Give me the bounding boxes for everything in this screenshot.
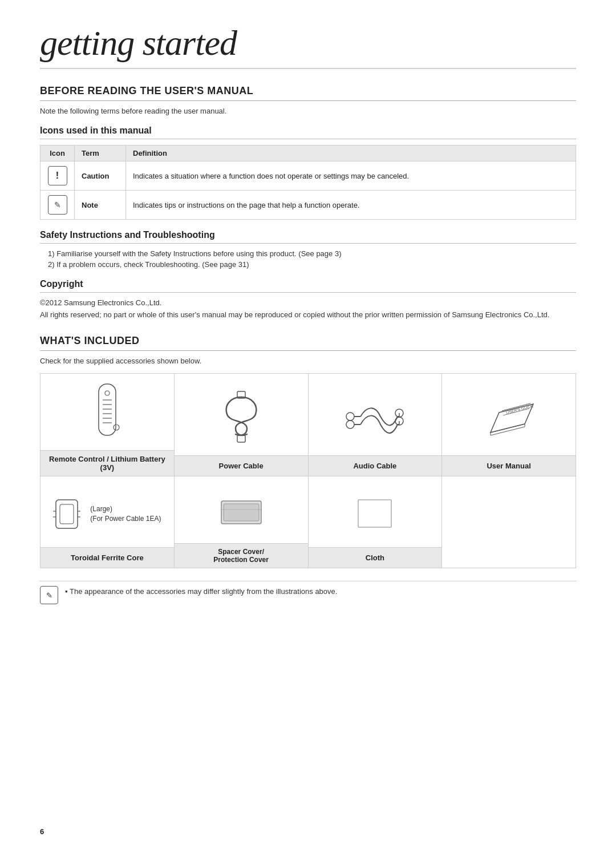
col-icon: Icon: [40, 145, 75, 161]
bottom-note-text: ▪ The appearance of the accessories may …: [65, 587, 337, 596]
user-manual-svg: USER'S GUIDE: [479, 393, 539, 441]
power-cable-image: [179, 383, 303, 451]
empty-cell: -: [442, 476, 576, 568]
icons-table: Icon Term Definition ! Caution Indicates…: [40, 145, 576, 220]
ferrite-core-image: (Large)(For Power Cable 1EA): [45, 486, 169, 543]
caution-icon: !: [48, 166, 67, 185]
audio-cable-cell: Audio Cable: [309, 374, 443, 476]
caution-term: Caution: [75, 161, 126, 191]
caution-icon-cell: !: [40, 161, 75, 191]
power-cable-cell: Power Cable: [175, 374, 309, 476]
spacer-cover-cell: Spacer Cover/Protection Cover: [175, 476, 309, 568]
whats-included-intro: Check for the supplied accessories shown…: [40, 357, 576, 365]
svg-point-8: [114, 425, 119, 430]
audio-cable-label: Audio Cable: [309, 455, 442, 476]
power-cable-label: Power Cable: [175, 455, 308, 476]
svg-point-16: [346, 421, 354, 428]
remote-control-cell: Remote Control / Lithium Battery (3V): [40, 374, 175, 476]
cloth-image: [313, 486, 437, 543]
page-title: getting started: [40, 23, 576, 69]
icons-section: Icons used in this manual Icon Term Defi…: [40, 126, 576, 220]
empty-image: [447, 486, 571, 543]
ferrite-sub-note: (Large)(For Power Cable 1EA): [90, 504, 161, 524]
audio-cable-svg: [343, 393, 406, 441]
copyright-body: All rights reserved; no part or whole of…: [40, 310, 576, 319]
note-icon-cell: ✎: [40, 191, 75, 220]
cloth-label: Cloth: [309, 547, 442, 568]
bottom-note-icon: ✎: [40, 586, 58, 604]
accessories-row-2: (Large)(For Power Cable 1EA) Toroidal Fe…: [40, 476, 576, 568]
whats-included-section: WHAT'S INCLUDED Check for the supplied a…: [40, 335, 576, 604]
safety-section: Safety Instructions and Troubleshooting …: [40, 230, 576, 269]
safety-heading: Safety Instructions and Troubleshooting: [40, 230, 576, 244]
svg-rect-33: [224, 504, 259, 521]
cloth-cell: Cloth: [309, 476, 443, 568]
note-icon: ✎: [48, 195, 67, 215]
page-number: 6: [40, 827, 44, 836]
svg-rect-27: [60, 504, 74, 524]
remote-control-label: Remote Control / Lithium Battery (3V): [40, 450, 174, 476]
note-definition: Indicates tips or instructions on the pa…: [126, 191, 576, 220]
user-manual-label: User Manual: [442, 455, 576, 476]
note-term: Note: [75, 191, 126, 220]
list-item: If a problem occurs, check Troubleshooti…: [46, 260, 576, 269]
user-manual-image: USER'S GUIDE: [447, 383, 571, 451]
accessories-row-1: Remote Control / Lithium Battery (3V) Po…: [40, 374, 576, 476]
user-manual-cell: USER'S GUIDE User Manual: [442, 374, 576, 476]
copyright-section: Copyright ©2012 Samsung Electronics Co.,…: [40, 279, 576, 319]
svg-rect-10: [237, 435, 245, 442]
cloth-svg: [354, 494, 396, 534]
svg-text:USER'S GUIDE: USER'S GUIDE: [505, 403, 534, 415]
bottom-note: ✎ ▪ The appearance of the accessories ma…: [40, 581, 576, 604]
spacer-svg: [216, 492, 267, 532]
svg-point-1: [105, 391, 110, 395]
spacer-cover-image: [179, 486, 303, 539]
svg-rect-35: [358, 500, 391, 527]
ferrite-svg: [53, 494, 84, 534]
svg-point-11: [346, 413, 354, 421]
icons-heading: Icons used in this manual: [40, 126, 576, 139]
before-reading-heading: BEFORE READING THE USER'S MANUAL: [40, 85, 576, 101]
table-row: ✎ Note Indicates tips or instructions on…: [40, 191, 576, 220]
whats-included-heading: WHAT'S INCLUDED: [40, 335, 576, 351]
col-definition: Definition: [126, 145, 576, 161]
caution-definition: Indicates a situation where a function d…: [126, 161, 576, 191]
list-item: Familiarise yourself with the Safety Ins…: [46, 249, 576, 258]
copyright-heading: Copyright: [40, 279, 576, 293]
table-row: ! Caution Indicates a situation where a …: [40, 161, 576, 191]
safety-list: Familiarise yourself with the Safety Ins…: [40, 249, 576, 269]
copyright-year: ©2012 Samsung Electronics Co.,Ltd.: [40, 298, 576, 307]
before-reading-intro: Note the following terms before reading …: [40, 107, 576, 115]
remote-svg: [90, 383, 124, 446]
power-cable-svg: [216, 389, 267, 446]
before-reading-section: BEFORE READING THE USER'S MANUAL Note th…: [40, 85, 576, 319]
accessories-grid: Remote Control / Lithium Battery (3V) Po…: [40, 373, 576, 568]
remote-control-image: [45, 383, 169, 446]
audio-cable-image: [313, 383, 437, 451]
ferrite-core-cell: (Large)(For Power Cable 1EA) Toroidal Fe…: [40, 476, 175, 568]
col-term: Term: [75, 145, 126, 161]
ferrite-core-label: Toroidal Ferrite Core: [40, 547, 174, 568]
spacer-cover-label: Spacer Cover/Protection Cover: [175, 543, 308, 568]
